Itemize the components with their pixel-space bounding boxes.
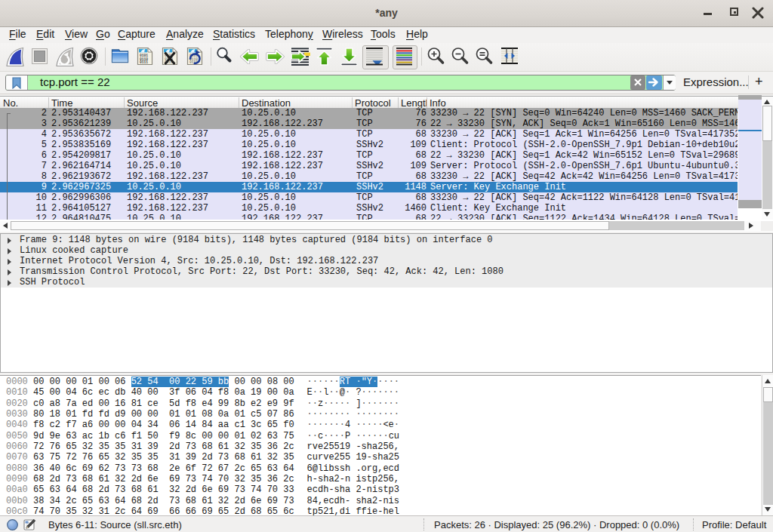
svg-text:0111: 0111 [140, 60, 148, 64]
